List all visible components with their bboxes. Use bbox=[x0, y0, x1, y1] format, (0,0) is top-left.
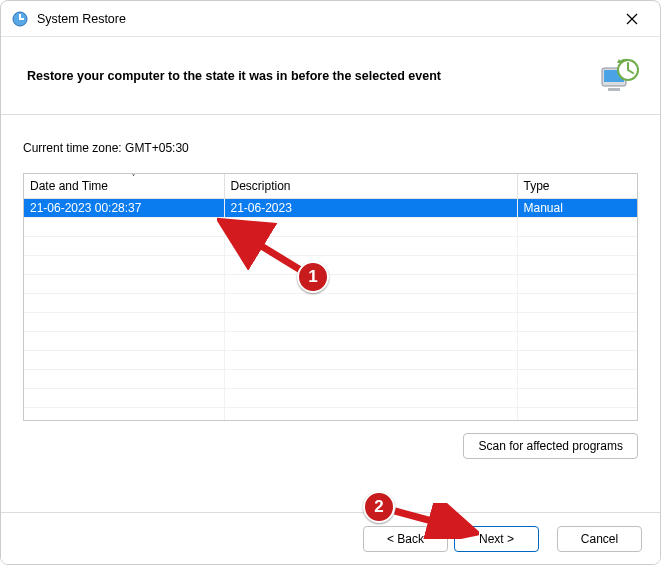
table-cell-empty bbox=[224, 388, 517, 407]
table-cell-empty bbox=[517, 369, 637, 388]
table-cell-empty bbox=[224, 274, 517, 293]
table-cell: 21-06-2023 00:28:37 bbox=[24, 198, 224, 217]
table-cell-empty bbox=[24, 312, 224, 331]
table-cell-empty bbox=[517, 350, 637, 369]
annotation-badge-2: 2 bbox=[363, 491, 395, 523]
table-cell-empty bbox=[224, 217, 517, 236]
table-cell-empty bbox=[24, 369, 224, 388]
table-cell-empty bbox=[224, 369, 517, 388]
col-header-type[interactable]: Type bbox=[517, 174, 637, 198]
table-cell-empty bbox=[24, 255, 224, 274]
table-cell-empty bbox=[24, 274, 224, 293]
table-cell-empty bbox=[24, 217, 224, 236]
table-row-empty bbox=[24, 350, 637, 369]
next-button[interactable]: Next > bbox=[454, 526, 539, 552]
window-title: System Restore bbox=[37, 12, 612, 26]
table-row-empty bbox=[24, 388, 637, 407]
table-row-empty bbox=[24, 369, 637, 388]
table-cell-empty bbox=[224, 312, 517, 331]
scan-affected-button[interactable]: Scan for affected programs bbox=[463, 433, 638, 459]
table-cell-empty bbox=[517, 331, 637, 350]
table-cell-empty bbox=[517, 236, 637, 255]
table-cell-empty bbox=[517, 274, 637, 293]
table-cell-empty bbox=[24, 388, 224, 407]
table-row-empty bbox=[24, 236, 637, 255]
scan-row: Scan for affected programs bbox=[23, 433, 638, 459]
timezone-label: Current time zone: GMT+05:30 bbox=[23, 141, 638, 155]
table-cell-empty bbox=[224, 350, 517, 369]
close-button[interactable] bbox=[612, 4, 652, 34]
table-row-empty bbox=[24, 312, 637, 331]
app-icon bbox=[11, 10, 29, 28]
sort-chevron-icon: ˅ bbox=[131, 173, 136, 183]
table-row[interactable]: 21-06-2023 00:28:3721-06-2023Manual bbox=[24, 198, 637, 217]
table-cell-empty bbox=[224, 293, 517, 312]
table-cell: Manual bbox=[517, 198, 637, 217]
table-cell-empty bbox=[24, 236, 224, 255]
svg-rect-2 bbox=[19, 18, 24, 20]
table-cell-empty bbox=[517, 255, 637, 274]
table-cell-empty bbox=[517, 293, 637, 312]
table-cell-empty bbox=[517, 217, 637, 236]
page-heading: Restore your computer to the state it wa… bbox=[27, 69, 596, 83]
close-icon bbox=[626, 13, 638, 25]
table-row-empty bbox=[24, 217, 637, 236]
col-header-date[interactable]: Date and Time ˅ bbox=[24, 174, 224, 198]
table-cell-empty bbox=[517, 312, 637, 331]
header-band: Restore your computer to the state it wa… bbox=[1, 37, 660, 115]
table-cell-empty bbox=[517, 388, 637, 407]
back-button[interactable]: < Back bbox=[363, 526, 448, 552]
cancel-button[interactable]: Cancel bbox=[557, 526, 642, 552]
table-cell-empty bbox=[24, 293, 224, 312]
col-header-date-label: Date and Time bbox=[30, 179, 108, 193]
table-row-empty bbox=[24, 293, 637, 312]
svg-rect-7 bbox=[608, 88, 620, 91]
table-cell-empty bbox=[24, 350, 224, 369]
wizard-footer: < Back Next > Cancel bbox=[1, 512, 660, 564]
table-cell-empty bbox=[224, 407, 517, 421]
col-header-description[interactable]: Description bbox=[224, 174, 517, 198]
table-cell-empty bbox=[24, 407, 224, 421]
content-area: Current time zone: GMT+05:30 Date and Ti… bbox=[1, 115, 660, 469]
annotation-badge-1: 1 bbox=[297, 261, 329, 293]
table-row-empty bbox=[24, 407, 637, 421]
restore-hero-icon bbox=[596, 54, 640, 98]
title-bar: System Restore bbox=[1, 1, 660, 37]
restore-points-table[interactable]: Date and Time ˅ Description Type 21-06-2… bbox=[23, 173, 638, 421]
table-cell-empty bbox=[224, 255, 517, 274]
table-row-empty bbox=[24, 255, 637, 274]
table-row-empty bbox=[24, 331, 637, 350]
table-cell-empty bbox=[224, 236, 517, 255]
table-row-empty bbox=[24, 274, 637, 293]
table-cell-empty bbox=[224, 331, 517, 350]
table-cell-empty bbox=[24, 331, 224, 350]
table-cell-empty bbox=[517, 407, 637, 421]
table-cell: 21-06-2023 bbox=[224, 198, 517, 217]
